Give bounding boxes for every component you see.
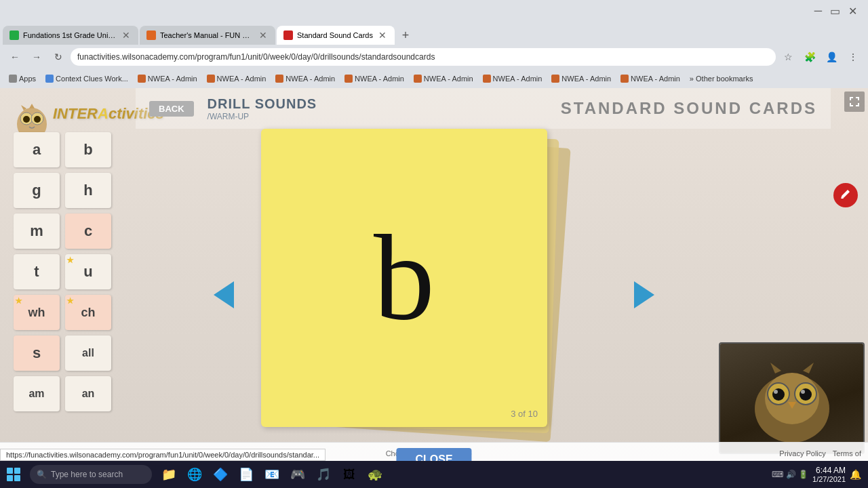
sound-card-wh[interactable]: ★ wh (14, 295, 60, 330)
address-text: funactivities.wilsonacademy.com/program/… (77, 52, 435, 62)
bookmark-icon-nwea8 (620, 75, 629, 83)
sound-card-h[interactable]: h (65, 173, 111, 208)
address-bar[interactable]: funactivities.wilsonacademy.com/program/… (71, 48, 776, 66)
taskbar-clock: 6:44 AM 1/27/2021 (812, 466, 846, 483)
sound-card-u[interactable]: u ★ (65, 254, 111, 289)
privacy-policy-link[interactable]: Privacy Policy (779, 449, 825, 458)
bookmark-icon-nwea6 (483, 75, 491, 83)
win-logo-q1 (7, 468, 13, 474)
bookmark-apps-label: Apps (19, 75, 36, 83)
minimize-button[interactable]: ─ (814, 5, 822, 18)
sound-card-c-letter: c (84, 222, 92, 240)
flashcard-letter: b (374, 217, 435, 339)
expand-icon[interactable] (844, 92, 865, 112)
taskbar-chrome[interactable]: 🌐 (183, 463, 206, 486)
sound-card-wh-letter: wh (28, 306, 45, 320)
next-card-arrow[interactable] (631, 278, 658, 318)
terms-link[interactable]: Terms of (833, 449, 861, 458)
bookmark-other[interactable]: » Other bookmarks (686, 73, 757, 84)
taskbar-app1[interactable]: 🎮 (286, 463, 309, 486)
sound-card-g-letter: g (32, 182, 41, 199)
tab-close-teachers[interactable]: ✕ (258, 30, 269, 41)
back-nav-button[interactable]: ← (5, 47, 24, 66)
new-tab-button[interactable]: + (396, 26, 415, 45)
menu-button[interactable]: ⋮ (844, 47, 863, 66)
reload-button[interactable]: ↻ (49, 47, 68, 66)
svg-marker-8 (634, 281, 654, 308)
bookmark-apps[interactable]: Apps (5, 73, 39, 84)
taskbar-date: 1/27/2021 (812, 475, 846, 483)
sound-card-b[interactable]: b (65, 132, 111, 167)
back-button[interactable]: BACK (149, 101, 194, 117)
bookmark-nwea-5[interactable]: NWEA - Admin (410, 73, 477, 84)
tab-standard-sound-cards[interactable]: Standard Sound Cards ✕ (277, 26, 395, 45)
bookmark-context-clues[interactable]: Context Clues Work... (42, 73, 132, 84)
notification-icon[interactable]: 🔔 (850, 469, 861, 480)
bookmark-icon-nwea7 (551, 75, 559, 83)
bookmark-nwea6-label: NWEA - Admin (493, 75, 542, 83)
taskbar-outlook[interactable]: 📧 (260, 463, 283, 486)
win-logo-q2 (14, 468, 20, 474)
sound-card-s-letter: s (33, 344, 41, 362)
flashcard-main[interactable]: b 3 of 10 (261, 129, 547, 427)
svg-marker-19 (803, 363, 814, 373)
bookmark-nwea7-label: NWEA - Admin (561, 75, 611, 83)
bookmark-nwea1-label: NWEA - Admin (148, 75, 197, 83)
sound-card-c[interactable]: c (65, 214, 111, 249)
tab-close-sound-cards[interactable]: ✕ (377, 30, 388, 41)
bookmark-nwea-3[interactable]: NWEA - Admin (272, 73, 338, 84)
search-text: Type here to search (51, 470, 123, 479)
taskbar-app2[interactable]: 🎵 (312, 463, 335, 486)
taskbar-file-explorer[interactable]: 📁 (157, 463, 180, 486)
sound-card-an[interactable]: an (65, 376, 111, 411)
svg-point-16 (801, 390, 805, 394)
start-button[interactable] (0, 461, 27, 488)
profile-button[interactable]: 👤 (822, 47, 841, 66)
taskbar-right: ⌨ 🔊 🔋 6:44 AM 1/27/2021 🔔 (772, 466, 868, 483)
standard-sound-cards-title: STANDARD SOUND CARDS (561, 99, 817, 118)
sound-card-m[interactable]: m (14, 214, 60, 249)
extensions-button[interactable]: 🧩 (800, 47, 819, 66)
sound-card-u-letter: u (83, 263, 92, 281)
taskbar-time: 6:44 AM (812, 466, 846, 475)
bookmark-icon-nwea4 (344, 75, 353, 83)
bookmark-icon-nwea3 (275, 75, 283, 83)
bookmark-nwea-4[interactable]: NWEA - Admin (341, 73, 408, 84)
sound-card-t[interactable]: t (14, 254, 60, 289)
sound-card-am[interactable]: am (14, 376, 60, 411)
bookmark-nwea-6[interactable]: NWEA - Admin (479, 73, 546, 84)
taskbar-edge[interactable]: 🔷 (209, 463, 232, 486)
tab-fundations[interactable]: Fundations 1st Grade Unit 6 We... ✕ (3, 26, 138, 45)
sound-card-g[interactable]: g (14, 173, 60, 208)
sound-card-a-letter: a (33, 141, 41, 159)
bookmark-nwea-8[interactable]: NWEA - Admin (617, 73, 684, 84)
prev-card-arrow[interactable] (210, 278, 237, 318)
system-tray-icons: ⌨ 🔊 🔋 (772, 470, 808, 479)
annotation-tool[interactable] (833, 183, 858, 207)
bookmark-nwea4-label: NWEA - Admin (355, 75, 404, 83)
sound-card-h-letter: h (83, 182, 92, 199)
bookmark-nwea-7[interactable]: NWEA - Admin (548, 73, 614, 84)
bookmark-nwea-1[interactable]: NWEA - Admin (134, 73, 201, 84)
bookmark-nwea3-label: NWEA - Admin (285, 75, 335, 83)
sound-card-a[interactable]: a (14, 132, 60, 167)
sound-card-ch[interactable]: ★ ch (65, 295, 111, 330)
close-window-button[interactable]: ✕ (848, 5, 857, 18)
forward-nav-button[interactable]: → (27, 47, 46, 66)
taskbar-search[interactable]: 🔍 Type here to search (30, 465, 152, 484)
taskbar-word[interactable]: 📄 (235, 463, 258, 486)
taskbar-app3[interactable]: 🖼 (338, 463, 361, 486)
tab-teachers-manual[interactable]: Teacher's Manual - FUN HUB™ ✕ (140, 26, 275, 45)
tab-favicon-teachers (146, 30, 156, 40)
bookmark-star[interactable]: ☆ (778, 47, 797, 66)
sound-card-all[interactable]: all (65, 336, 111, 371)
svg-point-15 (800, 388, 812, 401)
restore-button[interactable]: ▭ (830, 5, 840, 18)
bookmark-nwea8-label: NWEA - Admin (631, 75, 680, 83)
tab-close-fundations[interactable]: ✕ (121, 30, 132, 41)
bookmark-nwea5-label: NWEA - Admin (424, 75, 473, 83)
taskbar-app4[interactable]: 🐢 (363, 463, 387, 486)
bookmark-nwea-2[interactable]: NWEA - Admin (203, 73, 270, 84)
tab-label-fundations: Fundations 1st Grade Unit 6 We... (23, 31, 117, 39)
sound-card-s[interactable]: s (14, 336, 60, 371)
